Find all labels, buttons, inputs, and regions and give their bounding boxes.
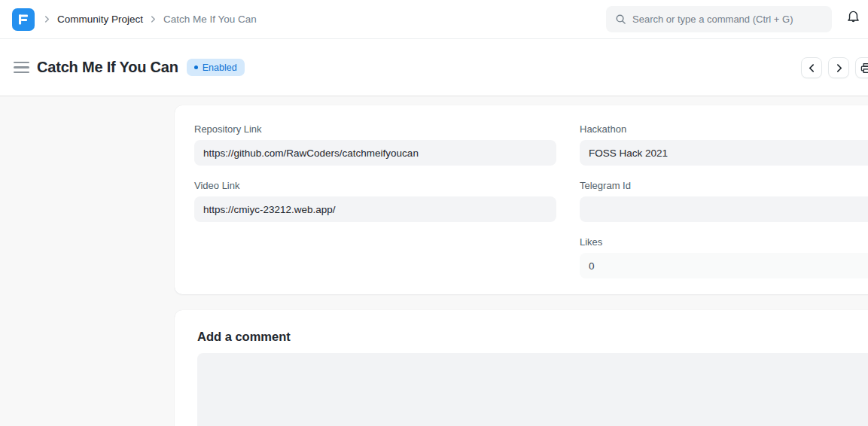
form-page-content: Repository Link Video Link Hackathon Tel…	[0, 96, 868, 426]
search-input[interactable]	[632, 14, 823, 25]
field-label: Repository Link	[194, 123, 556, 135]
repository-link-input[interactable]	[194, 140, 556, 166]
page-head: Catch Me If You Can Enabled	[0, 39, 868, 96]
print-button[interactable]	[855, 57, 868, 78]
field-repository-link: Repository Link	[194, 123, 556, 166]
notification-bell-icon[interactable]	[846, 10, 860, 25]
frappe-logo[interactable]	[12, 8, 35, 31]
form-column-right: Hackathon Telegram Id Likes	[580, 123, 868, 278]
hackathon-input[interactable]	[580, 140, 868, 166]
breadcrumb-item-community-project[interactable]: Community Project	[57, 14, 143, 25]
top-navbar: Community Project Catch Me If You Can	[0, 0, 868, 39]
field-telegram-id: Telegram Id	[580, 180, 868, 222]
printer-icon	[860, 62, 868, 74]
frappe-logo-icon	[17, 13, 30, 26]
field-hackathon: Hackathon	[580, 123, 868, 166]
video-link-input[interactable]	[194, 196, 556, 222]
page-title: Catch Me If You Can	[37, 59, 178, 76]
form-section-card: Repository Link Video Link Hackathon Tel…	[175, 105, 868, 294]
status-dot-icon	[194, 65, 198, 69]
telegram-id-input[interactable]	[580, 196, 868, 222]
likes-input	[580, 253, 868, 278]
field-label: Hackathon	[580, 123, 868, 135]
form-column-left: Repository Link Video Link	[194, 123, 556, 278]
page-head-actions	[801, 57, 868, 78]
chevron-right-icon	[44, 16, 50, 23]
breadcrumb: Community Project Catch Me If You Can	[44, 14, 257, 25]
field-label: Video Link	[194, 180, 556, 191]
chevron-right-icon	[150, 16, 157, 23]
breadcrumb-item-current[interactable]: Catch Me If You Can	[163, 14, 257, 25]
chevron-left-icon	[808, 64, 816, 72]
comment-section-card: Add a comment	[175, 310, 868, 426]
field-likes: Likes	[580, 236, 868, 278]
next-document-button[interactable]	[828, 57, 849, 78]
status-badge-label: Enabled	[203, 62, 237, 73]
form-grid: Repository Link Video Link Hackathon Tel…	[194, 123, 868, 278]
field-label: Telegram Id	[580, 180, 868, 191]
search-icon	[615, 14, 626, 25]
prev-document-button[interactable]	[801, 57, 822, 78]
field-video-link: Video Link	[194, 180, 556, 222]
comment-input[interactable]	[197, 353, 868, 426]
status-badge: Enabled	[187, 59, 245, 76]
add-comment-heading: Add a comment	[197, 330, 868, 344]
sidebar-toggle-icon[interactable]	[14, 62, 29, 74]
field-label: Likes	[580, 236, 868, 248]
global-search[interactable]	[606, 6, 832, 32]
chevron-right-icon	[835, 64, 843, 72]
